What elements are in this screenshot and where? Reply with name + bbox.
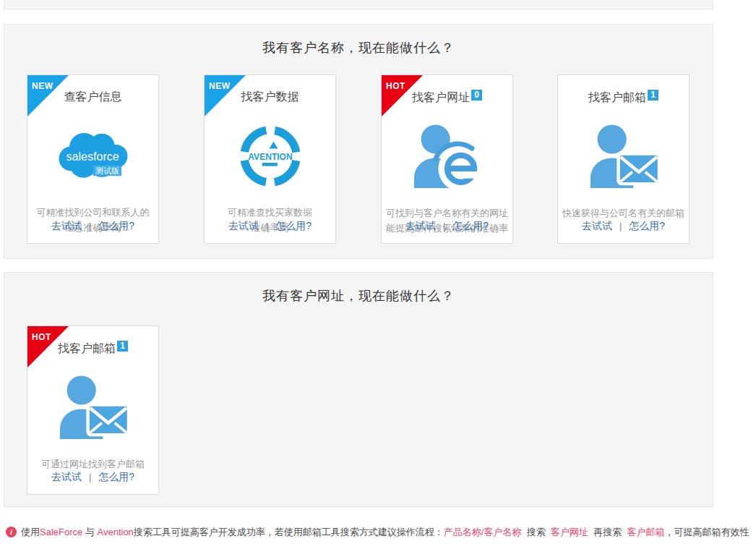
link-separator: |: [89, 221, 91, 231]
card-title-text: 查客户信息: [64, 90, 122, 103]
card-description: 快速获得与公司名有关的邮箱: [558, 205, 689, 221]
page: 我有客户名称，现在能做什么？ NEW 查客户信息 salesforce: [0, 0, 756, 549]
person-envelope-icon: [558, 108, 689, 205]
count-badge: 0: [471, 90, 482, 101]
card-links: 去试试|怎么用?: [27, 471, 158, 484]
card-title-text: 找客户邮箱: [588, 91, 646, 103]
card-find-customer-data: NEW 找客户数据 AVENTION 可精准查找买家数据 准确率高 去试试|怎么…: [204, 75, 336, 244]
salesforce-logo: salesforce 测试版: [27, 108, 158, 205]
how-link[interactable]: 怎么用?: [452, 220, 489, 231]
top-bar: [4, 0, 713, 9]
footer-tip: i 使用SaleForce 与 Avention搜索工具可提高客户开发成功率，若…: [6, 526, 749, 539]
how-link[interactable]: 怎么用?: [98, 220, 134, 231]
ribbon-label: NEW: [32, 81, 53, 91]
section-title: 我有客户网址，现在能做什么？: [4, 273, 713, 305]
section-customer-url: 我有客户网址，现在能做什么？ HOT 找客户邮箱1: [4, 272, 713, 507]
card-description: 可通过网址找到客户邮箱: [27, 456, 158, 472]
highlight-customer-email: 客户邮箱: [627, 527, 664, 537]
avention-logo: AVENTION: [205, 108, 335, 205]
try-link[interactable]: 去试试: [405, 220, 436, 231]
card-title-text: 找客户数据: [241, 90, 299, 103]
highlight-customer-url: 客户网址: [551, 527, 588, 537]
section-title: 我有客户名称，现在能做什么？: [4, 25, 713, 56]
highlight-avention: Avention: [97, 527, 133, 537]
link-separator: |: [619, 221, 622, 231]
card-links: 去试试|怎么用?: [382, 220, 512, 233]
how-link[interactable]: 怎么用?: [98, 471, 134, 482]
link-separator: |: [443, 221, 445, 231]
ribbon-label: HOT: [386, 81, 405, 91]
link-separator: |: [89, 472, 91, 482]
count-badge: 1: [117, 341, 128, 352]
try-link[interactable]: 去试试: [228, 220, 259, 231]
ribbon-label: HOT: [32, 332, 51, 342]
card-title: 找客户邮箱1: [558, 90, 689, 106]
section-customer-name: 我有客户名称，现在能做什么？ NEW 查客户信息 salesforce: [4, 24, 713, 259]
card-links: 去试试|怎么用?: [558, 220, 689, 233]
card-find-customer-website: HOT 找客户网址0 可找到与客户名称有关: [381, 75, 513, 244]
highlight-saleforce: SaleForce: [40, 527, 82, 537]
info-icon: i: [6, 527, 17, 537]
how-link[interactable]: 怎么用?: [629, 220, 665, 231]
try-link[interactable]: 去试试: [51, 220, 82, 231]
salesforce-wordmark: salesforce: [66, 150, 119, 163]
how-link[interactable]: 怎么用?: [275, 220, 312, 231]
ribbon-label: NEW: [209, 81, 231, 91]
highlight-product-name: 产品名称/客户名称: [444, 527, 522, 537]
card-links: 去试试|怎么用?: [27, 220, 158, 233]
person-envelope-icon: [27, 359, 158, 456]
card-check-customer-info: NEW 查客户信息 salesforce 测试版 可精准找到公司: [27, 75, 159, 244]
person-browser-icon: [382, 108, 512, 205]
card-find-customer-email: 找客户邮箱1 快速获得与公司名有关的邮箱 去试试|怎么用?: [557, 75, 690, 244]
count-badge: 1: [648, 90, 658, 101]
try-link[interactable]: 去试试: [582, 220, 612, 231]
link-separator: |: [266, 221, 268, 231]
salesforce-tag: 测试版: [95, 166, 119, 175]
footer-tip-text: 使用SaleForce 与 Avention搜索工具可提高客户开发成功率，若使用…: [21, 526, 749, 539]
card-find-email-by-website: HOT 找客户邮箱1 可通过网址找到客户邮箱: [27, 325, 159, 495]
card-links: 去试试|怎么用?: [205, 220, 335, 233]
avention-wordmark: AVENTION: [248, 152, 292, 162]
try-link[interactable]: 去试试: [51, 471, 82, 482]
